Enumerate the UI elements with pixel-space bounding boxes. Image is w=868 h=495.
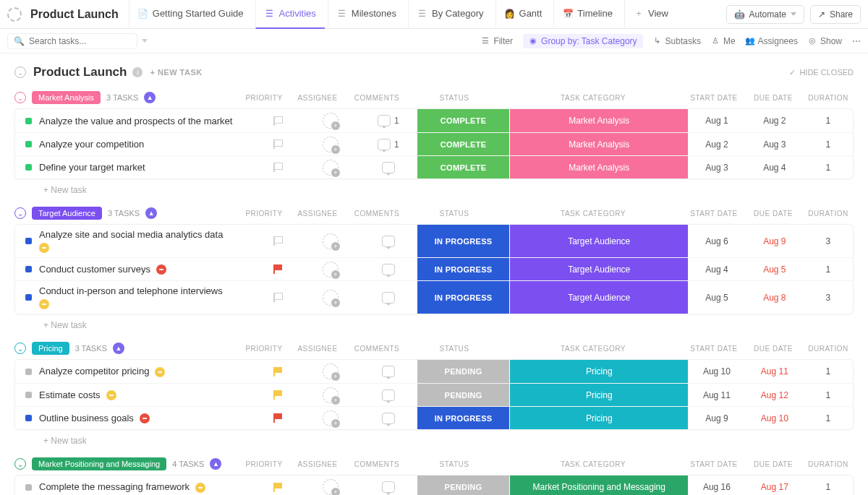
status-square-icon[interactable] bbox=[25, 294, 32, 301]
col-due-date[interactable]: DUE DATE bbox=[744, 460, 803, 468]
task-row[interactable]: Conduct customer surveys IN PROGRESS Tar… bbox=[15, 257, 853, 280]
flag-icon[interactable] bbox=[273, 163, 283, 172]
flag-icon[interactable] bbox=[273, 116, 283, 126]
category-cell[interactable]: Pricing bbox=[510, 360, 688, 383]
col-duration[interactable]: DURATION bbox=[803, 94, 854, 102]
assignee-add-icon[interactable] bbox=[323, 363, 339, 379]
category-cell[interactable]: Market Analysis bbox=[510, 109, 688, 132]
tab-getting-started[interactable]: 📄Getting Started Guide bbox=[129, 0, 252, 29]
comments-cell[interactable] bbox=[359, 258, 417, 280]
col-category[interactable]: TASK CATEGORY bbox=[502, 460, 684, 468]
tab-gantt[interactable]: 👩Gantt bbox=[495, 0, 551, 29]
duration-cell[interactable]: 3 bbox=[804, 225, 853, 257]
tab-timeline[interactable]: 📅Timeline bbox=[553, 0, 621, 29]
status-square-icon[interactable] bbox=[25, 164, 32, 171]
group-sort-icon[interactable]: ▲ bbox=[210, 458, 221, 470]
chevron-down-icon[interactable] bbox=[142, 39, 148, 43]
me-button[interactable]: ♙Me bbox=[711, 36, 736, 46]
comments-cell[interactable] bbox=[359, 360, 417, 383]
col-due-date[interactable]: DUE DATE bbox=[744, 94, 803, 102]
new-task-row[interactable]: + New task bbox=[14, 314, 854, 336]
category-cell[interactable]: Market Analysis bbox=[510, 156, 688, 178]
due-date-cell[interactable]: Aug 2 bbox=[746, 109, 804, 132]
due-date-cell[interactable]: Aug 5 bbox=[746, 258, 804, 280]
task-row[interactable]: Analyze competitor pricing PENDING Prici… bbox=[15, 360, 853, 383]
assignee-cell[interactable] bbox=[302, 133, 359, 155]
status-cell[interactable]: PENDING bbox=[417, 360, 511, 383]
comments-cell[interactable] bbox=[359, 384, 417, 406]
status-square-icon[interactable] bbox=[25, 392, 32, 398]
task-row[interactable]: Outline business goals IN PROGRESS Prici… bbox=[15, 406, 853, 429]
start-date-cell[interactable]: Aug 4 bbox=[688, 258, 746, 280]
group-sort-icon[interactable]: ▲ bbox=[113, 343, 124, 354]
search-input[interactable] bbox=[29, 36, 137, 46]
col-assignee[interactable]: ASSIGNEE bbox=[288, 94, 347, 102]
priority-cell[interactable] bbox=[255, 225, 302, 257]
new-task-button[interactable]: + NEW TASK bbox=[150, 68, 202, 77]
start-date-cell[interactable]: Aug 5 bbox=[688, 281, 746, 314]
flag-icon[interactable] bbox=[273, 236, 283, 246]
due-date-cell[interactable]: Aug 4 bbox=[746, 156, 804, 178]
automate-button[interactable]: 🤖Automate bbox=[726, 5, 804, 24]
status-square-icon[interactable] bbox=[25, 238, 32, 244]
category-cell[interactable]: Target Audience bbox=[510, 225, 688, 257]
assignee-cell[interactable] bbox=[302, 258, 359, 280]
tab-add-view[interactable]: +View bbox=[624, 0, 677, 29]
space-icon[interactable] bbox=[7, 7, 22, 22]
comments-cell[interactable]: 1 bbox=[359, 109, 417, 132]
task-row[interactable]: Conduct in-person and telephone intervie… bbox=[15, 280, 853, 314]
due-date-cell[interactable]: Aug 12 bbox=[746, 384, 804, 406]
assignee-add-icon[interactable] bbox=[323, 410, 339, 426]
col-comments[interactable]: COMMENTS bbox=[347, 94, 407, 102]
list-title[interactable]: Product Launch bbox=[33, 65, 127, 79]
category-cell[interactable]: Pricing bbox=[510, 384, 688, 406]
assignee-add-icon[interactable] bbox=[323, 113, 339, 129]
hide-closed-button[interactable]: ✓HIDE CLOSED bbox=[789, 68, 854, 77]
priority-cell[interactable] bbox=[255, 156, 302, 178]
status-square-icon[interactable] bbox=[25, 484, 32, 491]
start-date-cell[interactable]: Aug 1 bbox=[688, 109, 746, 132]
info-icon[interactable]: i bbox=[132, 67, 142, 77]
col-comments[interactable]: COMMENTS bbox=[347, 210, 407, 218]
status-cell[interactable]: COMPLETE bbox=[417, 133, 511, 155]
duration-cell[interactable]: 1 bbox=[804, 360, 853, 383]
col-due-date[interactable]: DUE DATE bbox=[744, 345, 803, 353]
group-name[interactable]: Pricing bbox=[32, 342, 69, 355]
status-square-icon[interactable] bbox=[25, 415, 32, 421]
due-date-cell[interactable]: Aug 11 bbox=[746, 360, 804, 383]
flag-high-icon[interactable] bbox=[273, 483, 283, 492]
page-title[interactable]: Product Launch bbox=[30, 8, 119, 21]
col-category[interactable]: TASK CATEGORY bbox=[502, 94, 684, 102]
tab-activities[interactable]: ☰Activities bbox=[255, 0, 325, 29]
task-row[interactable]: Analyze your competition 1 COMPLETE Mark… bbox=[15, 132, 853, 155]
comments-cell[interactable] bbox=[359, 156, 417, 178]
assignee-cell[interactable] bbox=[302, 109, 359, 132]
task-row[interactable]: Define your target market COMPLETE Marke… bbox=[15, 155, 853, 178]
group-sort-icon[interactable]: ▲ bbox=[145, 207, 157, 219]
status-square-icon[interactable] bbox=[25, 118, 32, 124]
task-name[interactable]: Analyze the value and prospects of the m… bbox=[39, 116, 232, 126]
groupby-button[interactable]: ◉Group by: Task Category bbox=[523, 34, 643, 48]
show-button[interactable]: ◎Show bbox=[808, 36, 842, 46]
status-cell[interactable]: IN PROGRESS bbox=[417, 281, 511, 314]
status-cell[interactable]: COMPLETE bbox=[417, 109, 511, 132]
comments-cell[interactable] bbox=[359, 407, 417, 429]
assignee-cell[interactable] bbox=[302, 384, 359, 406]
col-status[interactable]: STATUS bbox=[407, 460, 502, 468]
col-status[interactable]: STATUS bbox=[407, 345, 502, 353]
col-start-date[interactable]: START DATE bbox=[684, 94, 744, 102]
col-duration[interactable]: DURATION bbox=[803, 460, 854, 468]
priority-cell[interactable] bbox=[255, 384, 302, 406]
priority-cell[interactable] bbox=[255, 281, 302, 314]
category-cell[interactable]: Market Analysis bbox=[510, 133, 688, 155]
duration-cell[interactable]: 1 bbox=[804, 258, 853, 280]
duration-cell[interactable]: 1 bbox=[804, 407, 853, 429]
tab-by-category[interactable]: ☰By Category bbox=[408, 0, 493, 29]
task-name[interactable]: Analyze site and social media analytics … bbox=[39, 229, 223, 240]
task-name[interactable]: Outline business goals bbox=[39, 413, 150, 424]
assignee-add-icon[interactable] bbox=[323, 387, 339, 403]
status-cell[interactable]: COMPLETE bbox=[417, 156, 511, 178]
duration-cell[interactable]: 1 bbox=[804, 109, 853, 132]
col-start-date[interactable]: START DATE bbox=[684, 345, 744, 353]
comments-cell[interactable] bbox=[359, 281, 417, 314]
